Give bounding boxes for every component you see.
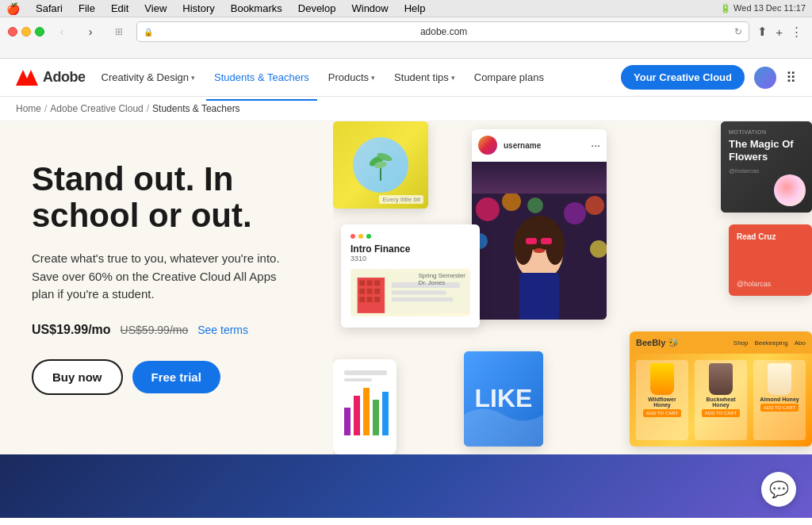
svg-point-21 (534, 248, 545, 253)
honey-jar-wildflower-label: Wildflower Honey (639, 397, 685, 408)
dot-green (366, 234, 371, 239)
share-button[interactable]: ⬆ (756, 23, 769, 40)
hero-title: Stand out. In school or out. (32, 161, 301, 234)
menu-bar-left: 🍎 Safari File Edit View History Bookmark… (6, 1, 430, 16)
safari-menu[interactable]: Safari (31, 1, 67, 16)
avatar[interactable] (754, 67, 776, 89)
add-to-cart-buckwheat-button[interactable]: ADD TO CART (702, 409, 740, 417)
adobe-navigation: Adobe Creativity & Design ▾ Students & T… (0, 59, 812, 97)
svg-rect-36 (392, 297, 454, 301)
dot-yellow (358, 234, 363, 239)
nav-item-compare[interactable]: Compare plans (466, 65, 552, 90)
beebly-nav-about: Abo (795, 339, 806, 347)
beebly-content: Wildflower Honey ADD TO CART Buckwheat H… (630, 354, 812, 446)
sidebar-button[interactable]: ⋮ (789, 23, 804, 40)
apps-grid-icon[interactable]: ⠿ (786, 69, 796, 86)
instagram-woman-svg (472, 194, 607, 320)
browser-controls: ‹ › (51, 21, 102, 43)
maximize-button[interactable] (35, 27, 44, 36)
tips-chevron-icon: ▾ (451, 74, 455, 82)
edit-menu[interactable]: Edit (106, 1, 133, 16)
hero-images-area: Every little bit username ··· (333, 121, 812, 454)
svg-rect-22 (519, 273, 559, 320)
nav-item-creativity[interactable]: Creativity & Design ▾ (94, 65, 204, 90)
your-creative-cloud-button[interactable]: Your Creative Cloud (621, 65, 745, 90)
address-bar[interactable]: 🔒 adobe.com ↻ (136, 21, 749, 42)
nav-tips-label: Student tips (394, 71, 449, 83)
bookmarks-menu[interactable]: Bookmarks (226, 1, 287, 16)
see-terms-link[interactable]: See terms (197, 324, 248, 336)
breadcrumb-home[interactable]: Home (16, 103, 41, 114)
history-menu[interactable]: History (178, 1, 219, 16)
svg-rect-42 (382, 392, 389, 435)
sidebar-toggle-button[interactable]: ⊞ (108, 21, 130, 43)
course-semester: Spring SemesterDr. Jones (418, 272, 465, 286)
original-price: US$59.99/mo (121, 324, 189, 336)
close-button[interactable] (8, 27, 17, 36)
develop-menu[interactable]: Develop (293, 1, 341, 16)
status-icons: 🔋 Wed 13 Dec 11:17 (720, 3, 806, 13)
svg-rect-35 (392, 290, 446, 294)
chat-bubble-button[interactable]: 💬 (761, 472, 796, 507)
svg-point-12 (590, 240, 607, 258)
svg-rect-32 (367, 297, 373, 302)
svg-point-9 (564, 202, 586, 224)
instagram-image (472, 162, 607, 320)
forward-button[interactable]: › (79, 21, 102, 43)
free-trial-button[interactable]: Free trial (132, 361, 220, 393)
add-to-cart-almond-button[interactable]: ADD TO CART (760, 404, 799, 412)
hero-subtitle: Create what's true to you, whatever you'… (32, 250, 301, 304)
book-title: The Magic Of Flowers (729, 138, 804, 163)
minimize-button[interactable] (21, 27, 31, 36)
back-button[interactable]: ‹ (51, 21, 73, 43)
breadcrumb-creative-cloud[interactable]: Adobe Creative Cloud (50, 103, 143, 114)
plant-caption: Every little bit (379, 195, 423, 204)
nav-item-products[interactable]: Products ▾ (320, 65, 383, 90)
nav-right: ⠿ (754, 67, 796, 89)
instagram-avatar (478, 136, 497, 155)
chat-icon: 💬 (769, 480, 789, 499)
nav-item-tips[interactable]: Student tips ▾ (386, 65, 463, 90)
nav-products-label: Products (328, 71, 369, 83)
add-to-cart-wildflower-button[interactable]: ADD TO CART (643, 409, 681, 417)
help-menu[interactable]: Help (400, 1, 431, 16)
course-card: Intro Finance 3310 (341, 224, 480, 328)
reload-button[interactable]: ↻ (734, 26, 742, 37)
honey-jar-almond-img (768, 363, 791, 395)
instagram-card: username ··· (472, 129, 607, 320)
adobe-logo[interactable]: Adobe (16, 69, 86, 86)
chevron-down-icon: ▾ (191, 74, 195, 82)
buy-now-button[interactable]: Buy now (32, 359, 123, 395)
new-tab-button[interactable]: + (774, 24, 784, 40)
svg-point-16 (514, 225, 533, 265)
nav-creativity-label: Creativity & Design (102, 71, 190, 83)
course-image-area: Spring SemesterDr. Jones (350, 269, 470, 316)
nav-items: Creativity & Design ▾ Students & Teacher… (94, 65, 621, 90)
svg-rect-41 (373, 400, 379, 435)
honey-jar-buckwheat-label: Buckwheat Honey (698, 397, 744, 408)
menu-bar-right: 🔋 Wed 13 Dec 11:17 (430, 3, 806, 13)
view-menu[interactable]: View (140, 1, 171, 16)
svg-rect-19 (541, 238, 552, 244)
file-menu[interactable]: File (74, 1, 100, 16)
url-display[interactable]: adobe.com (158, 26, 730, 37)
svg-rect-30 (374, 289, 380, 294)
svg-rect-44 (344, 378, 372, 381)
beebly-logo: BeeBly 🐝 (636, 338, 679, 348)
honey-jar-almond-label: Almond Honey (760, 397, 799, 402)
breadcrumb-current: Students & Teachers (152, 103, 240, 114)
products-chevron-icon: ▾ (371, 74, 375, 82)
lock-icon: 🔒 (144, 28, 153, 36)
svg-point-17 (546, 225, 565, 265)
hero-buttons: Buy now Free trial (32, 359, 301, 395)
beebly-nav: Shop Beekeeping Abo (733, 339, 806, 347)
svg-text:LIKE: LIKE (475, 384, 533, 412)
hero-content: Stand out. In school or out. Create what… (0, 121, 333, 454)
nav-item-students[interactable]: Students & Teachers (206, 65, 317, 90)
apple-menu[interactable]: 🍎 (6, 2, 20, 15)
window-dots (350, 234, 470, 239)
book-card: MOTIVATION The Magic Of Flowers @holarca… (721, 121, 812, 213)
analytics-card (333, 359, 396, 454)
svg-rect-40 (363, 388, 370, 435)
window-menu[interactable]: Window (347, 1, 393, 16)
